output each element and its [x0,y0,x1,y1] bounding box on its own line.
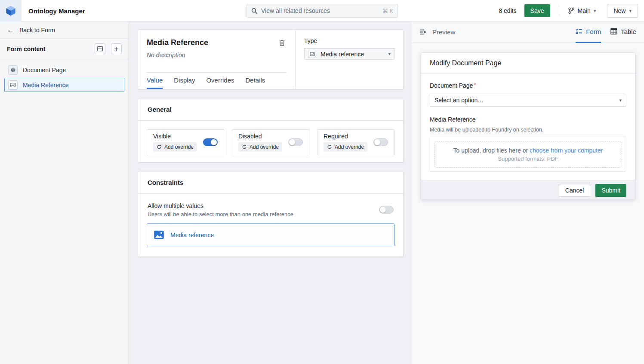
option-card-disabled: Disabled Add override [232,129,309,155]
upload-dropzone[interactable]: To upload, drop files here or choose fro… [434,141,622,168]
search-shortcut: ⌘ K [382,8,393,14]
preview-header: Preview Form Table [412,21,644,43]
topbar-actions: 8 edits Save Main ▾ New ▾ [499,0,638,21]
field-description: No description [138,47,295,72]
editor-panel: Media Reference No description Value Dis… [129,21,412,364]
media-icon [308,50,316,58]
choose-from-computer-link[interactable]: choose from your computer [530,147,603,154]
field-header-card: Media Reference No description Value Dis… [138,29,404,89]
preview-form-title: Modify Document Page [421,53,635,74]
tab-value[interactable]: Value [147,73,163,89]
trash-icon [278,39,286,46]
sync-icon [242,144,247,150]
type-label: Type [304,37,394,44]
field-header-left: Media Reference No description Value Dis… [138,30,296,89]
option-card-required: Required Add override [317,129,394,155]
global-search-input[interactable]: View all related resources ⌘ K [247,4,398,18]
type-select[interactable]: Media reference ▾ [304,48,394,60]
back-label: Back to Form [19,27,55,34]
constraints-section-card: Constraints Allow multiple values Users … [138,171,404,257]
layout-panel-button[interactable] [95,43,105,54]
submit-button[interactable]: Submit [595,184,626,197]
upload-area: To upload, drop files here or choose fro… [430,137,626,172]
allow-multiple-toggle[interactable] [379,206,394,214]
branch-selector[interactable]: Main ▾ [568,7,596,14]
visible-toggle[interactable] [203,138,218,146]
form-content-list: Document Page Media Reference [0,59,129,96]
arrow-left-icon: ← [7,26,14,34]
save-button[interactable]: Save [524,4,550,17]
new-label: New [613,7,626,14]
editor-tabs: Value Display Overrides Details [138,73,295,89]
chevron-down-icon: ▾ [594,8,596,14]
select-placeholder: Select an option… [434,97,619,104]
preview-tab-form[interactable]: Form [576,21,601,43]
cancel-button[interactable]: Cancel [559,184,591,197]
required-asterisk: * [474,82,476,88]
general-title: General [138,98,403,121]
search-icon [251,8,258,14]
constraints-title: Constraints [138,171,403,194]
plus-icon: + [114,45,119,52]
form-content-title: Form content [7,46,95,52]
chevron-down-icon: ▾ [629,8,632,14]
required-toggle[interactable] [373,138,388,146]
new-button[interactable]: New ▾ [607,4,638,18]
preview-tab-label: Form [586,28,601,35]
general-section-card: General Visible Add override [138,98,404,162]
form-content-sidebar: ← Back to Form Form content + Document P… [0,21,129,364]
media-reference-field-label: Media Reference [430,116,626,123]
app-title: Ontology Manager [28,0,85,21]
tab-display[interactable]: Display [174,73,195,89]
sidebar-item-label: Media Reference [23,82,69,89]
topbar-divider [559,5,559,16]
caret-down-icon: ▾ [619,98,622,103]
media-reference-card[interactable]: Media reference [147,223,394,246]
back-to-form-button[interactable]: ← Back to Form [0,21,129,39]
disabled-toggle[interactable] [288,138,303,146]
upload-text: To upload, drop files here or [453,147,530,154]
menu-open-icon[interactable] [419,28,427,36]
add-override-button[interactable]: Add override [153,142,197,152]
tab-details[interactable]: Details [245,73,265,89]
app-logo[interactable] [0,0,22,21]
cube-icon [8,65,18,75]
sidebar-item-media-reference[interactable]: Media Reference [4,78,124,92]
preview-title: Preview [432,28,576,36]
sidebar-item-document-page[interactable]: Document Page [4,63,124,77]
sync-icon [327,144,332,150]
panel-layout-icon [97,46,103,52]
branch-label: Main [578,7,591,14]
cube-logo-icon [5,5,16,16]
media-icon [154,230,164,239]
table-icon [610,28,617,35]
allow-multiple-label: Allow multiple values [148,202,293,209]
add-override-button[interactable]: Add override [238,142,282,152]
field-title: Media Reference [147,38,208,47]
edits-count: 8 edits [499,7,516,14]
form-icon [576,28,582,35]
media-reference-label: Media reference [170,232,214,239]
supported-formats-text: Supported formats: PDF [498,156,558,162]
tab-overrides[interactable]: Overrides [206,73,234,89]
preview-tab-table[interactable]: Table [610,21,636,43]
top-bar: Ontology Manager View all related resour… [0,0,644,21]
sync-icon [157,144,162,150]
document-page-select[interactable]: Select an option… ▾ [430,94,626,107]
add-override-button[interactable]: Add override [324,142,367,152]
preview-panel: Preview Form Table Modify Document Page [412,21,644,364]
media-icon [8,80,18,90]
preview-form-card: Modify Document Page Document Page* Sele… [421,52,635,200]
form-content-header: Form content + [0,39,129,59]
option-label: Required [324,133,367,140]
option-label: Visible [153,133,197,140]
preview-form-footer: Cancel Submit [421,180,635,199]
sidebar-item-label: Document Page [23,67,66,73]
git-branch-icon [568,7,575,14]
field-type-section: Type Media reference ▾ [296,30,403,89]
delete-field-button[interactable] [277,38,287,47]
add-content-button[interactable]: + [111,43,122,54]
type-value: Media reference [320,51,384,58]
preview-tab-label: Table [621,28,636,35]
option-label: Disabled [238,133,282,140]
